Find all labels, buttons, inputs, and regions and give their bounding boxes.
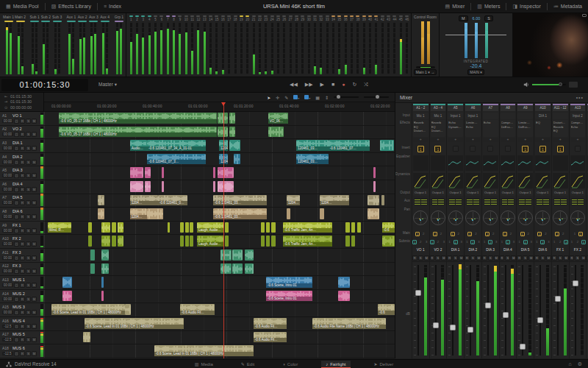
range-tool-icon[interactable]: ✛	[276, 95, 279, 100]
strip-effects-list[interactable]: Compr…Echo	[570, 120, 586, 137]
track-mute-button[interactable]: M	[32, 351, 37, 356]
track-rec-button[interactable]: R	[20, 118, 25, 124]
track-level-value[interactable]: 00:00	[2, 297, 13, 301]
track-rec-button[interactable]: R	[20, 269, 25, 274]
strip-input[interactable]	[483, 113, 498, 119]
audio-clip[interactable]	[162, 181, 164, 192]
audio-clip[interactable]	[381, 195, 384, 206]
track-level-value[interactable]: 00:00	[2, 215, 13, 219]
horizontal-zoom-slider[interactable]	[364, 96, 389, 98]
strip-output[interactable]: Output 1	[448, 190, 463, 196]
audio-clip[interactable]	[145, 167, 151, 178]
lock-icon[interactable]: ◻	[14, 324, 19, 329]
audio-clip[interactable]	[345, 236, 350, 247]
strip-id[interactable]: A13	[570, 104, 586, 111]
audio-clip[interactable]	[380, 140, 394, 151]
main-bus-2[interactable]: 2	[473, 232, 478, 236]
submix-bus-2[interactable]: 2	[523, 240, 528, 244]
submix-bus-3[interactable]: 3	[581, 240, 586, 244]
strip-input[interactable]	[517, 113, 533, 119]
submix-bus-2[interactable]: 2	[506, 240, 510, 244]
strip-pan-control[interactable]	[431, 210, 445, 225]
insert-toggle[interactable]: 1	[522, 146, 528, 152]
track-mute-button[interactable]: M	[32, 160, 37, 165]
track-level-value[interactable]: -12.5	[2, 325, 13, 328]
audio-clip[interactable]	[220, 250, 232, 261]
track-solo-button[interactable]: S	[26, 146, 31, 151]
strip-id[interactable]: A9	[517, 104, 533, 111]
audio-clip[interactable]	[125, 304, 131, 315]
audio-clip[interactable]	[271, 222, 276, 233]
audio-clip[interactable]	[190, 222, 193, 233]
strip-eq-graph[interactable]	[570, 155, 586, 171]
audio-clip[interactable]	[382, 236, 395, 247]
strip-r-button[interactable]: R	[517, 255, 522, 261]
track-level-value[interactable]: 00:00	[2, 132, 13, 136]
add-effect-button[interactable]: +	[483, 138, 498, 142]
audio-clip[interactable]	[229, 113, 235, 124]
strip-dynamics-graph[interactable]	[431, 173, 446, 188]
audio-clip[interactable]	[88, 236, 92, 247]
lock-icon[interactable]: ◻	[14, 297, 19, 302]
audio-clip[interactable]: -0.6 VO_05-17 16Bit | CH 1 | 48000Hz	[59, 113, 217, 124]
strip-r-button[interactable]: R	[500, 255, 505, 261]
track-rec-button[interactable]: R	[20, 160, 25, 165]
strip-eq-graph[interactable]	[465, 155, 481, 171]
submix-bus-3[interactable]: 3	[442, 240, 446, 244]
main-bus-1[interactable]: 1	[451, 232, 455, 236]
track-mute-button[interactable]: M	[32, 255, 37, 261]
track-header-a18[interactable]: A18MUS 6-12.5◻RSM	[0, 344, 44, 358]
audio-clip[interactable]: 120461_03…	[296, 154, 329, 165]
index-button[interactable]: ≡Index	[98, 0, 127, 13]
strip-output[interactable]: Output 1	[431, 190, 446, 196]
audio-clip[interactable]	[62, 291, 72, 302]
track-solo-button[interactable]: S	[26, 228, 31, 233]
track-level-value[interactable]: 00:00	[2, 119, 13, 123]
track-level-value[interactable]: 00:00	[2, 146, 13, 150]
page-tab-edit[interactable]: ✎Edit	[237, 361, 259, 367]
lock-icon[interactable]: ◻	[14, 269, 19, 274]
mark-in-value[interactable]: 01:01:15:30	[10, 94, 32, 99]
submix-bus-2[interactable]: 2	[453, 240, 458, 244]
track-level-value[interactable]: 00:00	[2, 269, 13, 273]
audio-clip[interactable]	[118, 236, 123, 247]
strip-pan-control[interactable]	[553, 210, 567, 225]
fader-handle[interactable]	[555, 296, 561, 302]
strip-r-button[interactable]: R	[534, 255, 539, 261]
track-rec-button[interactable]: R	[20, 351, 25, 356]
fader-handle[interactable]	[503, 312, 509, 318]
track-solo-button[interactable]: S	[26, 160, 31, 165]
strip-dynamics-graph[interactable]	[483, 173, 498, 188]
audio-clip[interactable]: Audio…	[130, 140, 147, 151]
main-bus-1[interactable]: 1	[537, 232, 542, 236]
audio-clip[interactable]: Laugh, Audie…	[197, 222, 224, 233]
track-mute-button[interactable]: M	[32, 214, 37, 219]
audio-clip[interactable]: -0.6 120461_03…	[213, 208, 267, 219]
strip-id[interactable]: A8	[501, 104, 516, 111]
strip-id[interactable]: A1 - 2	[413, 104, 429, 111]
track-header-a8[interactable]: A8DIA 600:00◻RSM	[0, 208, 44, 222]
flag-color-dropdown[interactable]: ▾	[293, 95, 299, 100]
track-level-value[interactable]: 00:00	[2, 188, 13, 191]
loudness-m-button[interactable]: M	[459, 15, 468, 21]
audio-clip[interactable]	[232, 263, 243, 275]
audio-clip[interactable]: 1204…	[130, 208, 147, 219]
audio-clip[interactable]	[261, 222, 265, 233]
lock-icon[interactable]: ◻	[14, 146, 19, 151]
strip-r-button[interactable]: R	[570, 255, 575, 261]
audio-clip[interactable]: 1204…	[287, 195, 300, 206]
track-solo-button[interactable]: S	[26, 310, 31, 315]
track-rec-button[interactable]: R	[20, 241, 25, 247]
lock-icon[interactable]: ◻	[14, 187, 19, 192]
record-button[interactable]: ●	[342, 82, 345, 88]
audio-clip[interactable]	[101, 250, 109, 261]
strip-dynamics-graph[interactable]	[535, 173, 551, 188]
insert-toggle[interactable]: 1	[417, 146, 424, 152]
strip-id[interactable]: A10	[535, 104, 551, 111]
strip-s-button[interactable]: S	[558, 255, 563, 261]
main-bus-1[interactable]: 1	[415, 232, 420, 236]
submix-bus-3[interactable]: 3	[529, 240, 534, 244]
audio-clip[interactable]: Wind, R…	[48, 222, 71, 233]
add-effect-button[interactable]: +	[448, 138, 463, 142]
track-mute-button[interactable]: M	[32, 228, 37, 233]
